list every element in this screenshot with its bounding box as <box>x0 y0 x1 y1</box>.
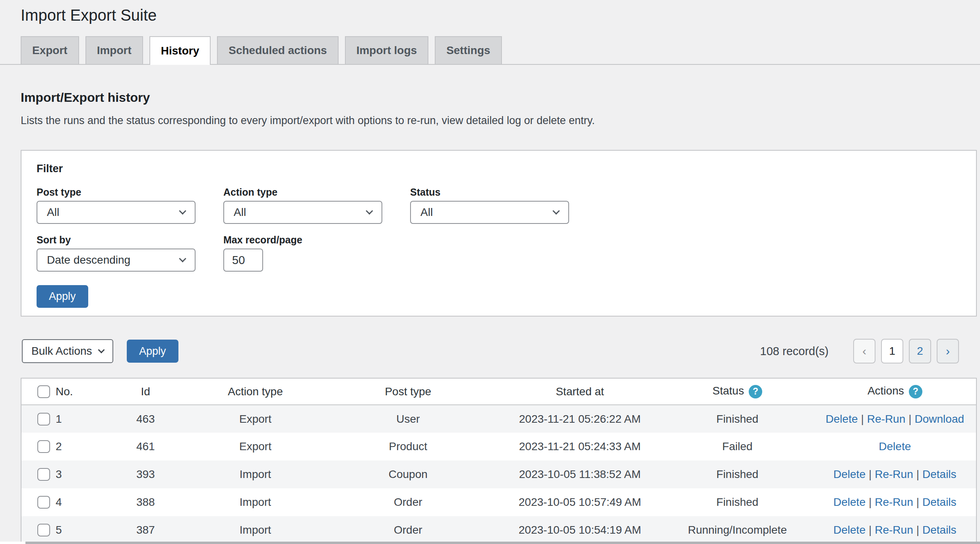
bulk-actions-select[interactable]: Bulk Actions <box>22 339 113 363</box>
history-table: No. Id Action type Post type Started at … <box>21 379 976 544</box>
action-link-details[interactable]: Details <box>922 468 957 480</box>
table-row: 4388ImportOrder2023-10-05 10:57:49 AMFin… <box>21 488 976 516</box>
filter-title: Filter <box>37 163 961 175</box>
max-record-label: Max record/page <box>223 234 302 245</box>
row-status: Finished <box>661 405 813 433</box>
row-id: 387 <box>98 516 193 544</box>
chevron-down-icon <box>366 207 373 214</box>
action-link-delete[interactable]: Delete <box>833 496 866 508</box>
column-header-status: Status? <box>661 379 813 405</box>
action-link-re-run[interactable]: Re-Run <box>875 496 913 508</box>
column-header-id: Id <box>98 379 193 405</box>
row-post-type: User <box>318 405 499 433</box>
tab-import[interactable]: Import <box>85 36 143 65</box>
page-title: Import Export Suite <box>0 0 980 24</box>
post-type-selected-value: All <box>47 206 59 219</box>
row-started-at: 2023-10-05 10:57:49 AM <box>499 488 661 516</box>
sort-by-select[interactable]: Date descending <box>37 249 196 272</box>
action-link-re-run[interactable]: Re-Run <box>875 468 913 480</box>
row-started-at: 2023-11-21 05:26:22 AM <box>499 405 661 433</box>
row-id: 463 <box>98 405 193 433</box>
row-action-type: Import <box>193 516 317 544</box>
status-help-icon[interactable]: ? <box>749 385 762 398</box>
row-checkbox[interactable] <box>37 496 50 509</box>
row-actions: Delete|Re-Run|Download <box>814 405 976 433</box>
row-checkbox[interactable] <box>37 524 50 536</box>
filter-apply-button[interactable]: Apply <box>37 285 88 308</box>
table-row: 3393ImportCoupon2023-10-05 11:38:52 AMFi… <box>21 460 976 488</box>
row-checkbox[interactable] <box>37 413 50 425</box>
action-link-re-run[interactable]: Re-Run <box>875 524 913 536</box>
action-link-delete[interactable]: Delete <box>833 524 866 536</box>
tab-scheduled-actions[interactable]: Scheduled actions <box>217 36 338 65</box>
post-type-field: Post type All <box>37 187 196 224</box>
table-row: 5387ImportOrder2023-10-05 10:54:19 AMRun… <box>21 516 976 544</box>
row-number: 3 <box>56 468 62 481</box>
table-row: 1463ExportUser2023-11-21 05:26:22 AMFini… <box>21 405 976 433</box>
row-status: Finished <box>661 488 813 516</box>
pagination-page-1[interactable]: 1 <box>881 339 903 363</box>
row-number: 5 <box>56 524 62 536</box>
action-separator: | <box>866 524 875 536</box>
row-actions: Delete|Re-Run|Details <box>814 488 976 516</box>
sort-by-selected-value: Date descending <box>47 254 130 266</box>
action-link-download[interactable]: Download <box>915 413 965 425</box>
row-post-type: Product <box>318 433 499 460</box>
action-link-delete[interactable]: Delete <box>826 413 858 425</box>
row-post-type: Order <box>318 488 499 516</box>
row-actions: Delete|Re-Run|Details <box>814 516 976 544</box>
row-checkbox[interactable] <box>37 468 50 481</box>
status-selected-value: All <box>420 206 433 219</box>
pagination-prev-button[interactable]: ‹ <box>853 339 875 363</box>
column-header-actions: Actions? <box>814 379 976 405</box>
action-type-field: Action type All <box>223 187 382 224</box>
actions-help-icon[interactable]: ? <box>909 385 922 398</box>
row-checkbox[interactable] <box>37 440 50 453</box>
row-actions: Delete|Re-Run|Details <box>814 460 976 488</box>
tab-settings[interactable]: Settings <box>435 36 502 65</box>
row-action-type: Export <box>193 433 317 460</box>
action-link-delete[interactable]: Delete <box>879 440 911 453</box>
tab-import-logs[interactable]: Import logs <box>345 36 428 65</box>
chevron-down-icon <box>98 346 105 353</box>
tab-export[interactable]: Export <box>21 36 79 65</box>
action-link-delete[interactable]: Delete <box>833 468 866 480</box>
table-header-row: No. Id Action type Post type Started at … <box>21 379 976 405</box>
action-type-label: Action type <box>223 187 382 198</box>
action-separator: | <box>913 496 922 508</box>
action-separator: | <box>866 468 875 480</box>
action-link-details[interactable]: Details <box>922 496 957 508</box>
row-number: 4 <box>56 496 62 509</box>
sort-by-label: Sort by <box>37 234 196 245</box>
row-post-type: Order <box>318 516 499 544</box>
action-type-selected-value: All <box>234 206 246 219</box>
filter-panel: Filter Post type All Action type All Sta… <box>21 150 977 317</box>
row-action-type: Import <box>193 460 317 488</box>
action-separator: | <box>866 496 875 508</box>
row-status: Finished <box>661 460 813 488</box>
scrollbar[interactable] <box>25 542 980 544</box>
row-id: 393 <box>98 460 193 488</box>
tab-history[interactable]: History <box>149 36 211 65</box>
pagination-page-2[interactable]: 2 <box>909 339 931 363</box>
status-select[interactable]: All <box>410 201 569 224</box>
action-link-details[interactable]: Details <box>922 524 957 536</box>
action-separator: | <box>913 524 922 536</box>
row-action-type: Import <box>193 488 317 516</box>
column-header-post-type: Post type <box>318 379 499 405</box>
bulk-apply-button[interactable]: Apply <box>127 340 178 363</box>
select-all-checkbox[interactable] <box>37 385 50 398</box>
column-header-action-type: Action type <box>193 379 317 405</box>
history-table-container: No. Id Action type Post type Started at … <box>21 378 977 544</box>
sort-by-field: Sort by Date descending <box>37 234 196 272</box>
column-header-no: No. <box>56 385 73 398</box>
action-type-select[interactable]: All <box>223 201 382 224</box>
post-type-select[interactable]: All <box>37 201 196 224</box>
row-number: 1 <box>56 413 62 425</box>
row-number: 2 <box>56 440 62 453</box>
max-record-input[interactable] <box>223 249 263 272</box>
action-separator: | <box>913 468 922 480</box>
pagination-next-button[interactable]: › <box>937 339 959 363</box>
action-link-re-run[interactable]: Re-Run <box>867 413 905 425</box>
section-description: Lists the runs and the status correspond… <box>21 115 959 127</box>
